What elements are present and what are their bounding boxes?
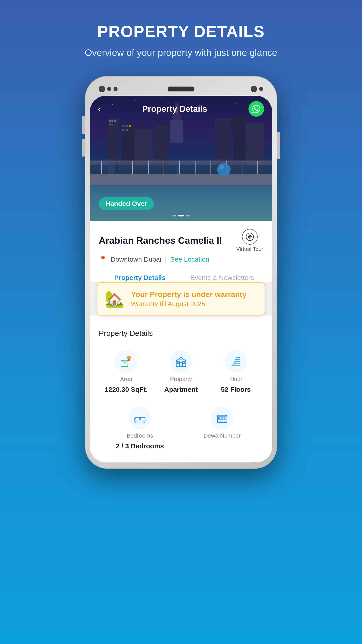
front-camera (99, 86, 105, 92)
page-title: PROPERTY DETAILS (97, 22, 265, 41)
dot-1 (173, 215, 176, 216)
svg-rect-18 (122, 125, 124, 126)
location-pin-icon: 📍 (99, 255, 107, 263)
dewa-icon (211, 407, 233, 429)
area-icon (115, 350, 137, 372)
app-header: ‹ Property Details (90, 96, 272, 121)
warranty-subtitle: Warranty till August 2025 (131, 300, 247, 308)
area-value: 1220.30 SqFt. (105, 386, 148, 393)
svg-rect-19 (126, 125, 128, 126)
phone-mockup: ‹ Property Details (85, 76, 277, 469)
phone-outer: ‹ Property Details (85, 76, 277, 469)
property-info-section: Arabian Ranches Camelia II Virtual Tour (90, 221, 272, 287)
property-type-value: Apartment (164, 386, 198, 393)
svg-rect-20 (129, 125, 131, 126)
svg-rect-72 (222, 417, 223, 419)
floor-value: 52 Floors (221, 386, 251, 393)
svg-rect-56 (183, 361, 185, 363)
svg-rect-38 (164, 160, 164, 174)
bedrooms-value: 2 / 3 Bedrooms (116, 442, 164, 450)
svg-rect-75 (222, 420, 223, 422)
handed-over-badge: Handed Over (99, 197, 154, 210)
bedrooms-label: Bedrooms (127, 432, 153, 439)
svg-rect-59 (234, 361, 240, 362)
svg-rect-43 (242, 160, 242, 174)
details-section-title: Property Details (99, 329, 263, 338)
virtual-tour-button[interactable]: Virtual Tour (236, 229, 263, 252)
location-name: Downtown Dubai (111, 256, 161, 263)
warranty-banner-wrap: 🏡 Your Property is under warranty Warran… (90, 282, 272, 316)
property-name: Arabian Ranches Camelia II (99, 235, 222, 246)
property-type-label: Property (170, 376, 192, 382)
svg-rect-21 (122, 129, 124, 130)
warranty-house-icon: 🏡 (105, 289, 125, 308)
volume-up-button (82, 116, 85, 134)
svg-point-45 (217, 163, 231, 176)
bedrooms-icon (129, 407, 151, 429)
svg-rect-15 (109, 124, 111, 125)
svg-rect-76 (224, 420, 225, 422)
svg-rect-66 (135, 422, 136, 423)
warranty-title: Your Property is under warranty (131, 290, 247, 299)
details-grid-row2: Bedrooms 2 / 3 Bedrooms (99, 402, 263, 454)
location-row: 📍 Downtown Dubai | See Location (99, 255, 263, 263)
svg-rect-70 (219, 417, 220, 419)
svg-rect-73 (224, 417, 225, 419)
svg-rect-74 (219, 420, 221, 422)
svg-rect-9 (170, 120, 183, 143)
property-icon (170, 350, 192, 372)
warranty-banner: 🏡 Your Property is under warranty Warran… (97, 282, 265, 316)
selfie-camera (251, 86, 257, 92)
virtual-tour-label: Virtual Tour (236, 246, 263, 252)
svg-rect-36 (132, 160, 133, 174)
svg-rect-41 (211, 160, 211, 174)
svg-rect-55 (177, 361, 179, 363)
svg-rect-33 (90, 174, 272, 185)
svg-rect-54 (179, 362, 183, 367)
detail-item-floor: Floor 52 Floors (209, 346, 263, 398)
notch-right-cameras (251, 86, 263, 92)
dewa-label: Dewa Number (204, 432, 241, 439)
svg-rect-22 (126, 129, 128, 130)
svg-rect-64 (136, 418, 139, 420)
svg-rect-71 (221, 417, 222, 419)
svg-rect-44 (257, 160, 258, 174)
svg-rect-35 (117, 160, 117, 174)
details-grid-row1: Area 1220.30 SqFt. (99, 346, 263, 398)
phone-notch (90, 82, 272, 96)
area-label: Area (120, 376, 132, 382)
location-divider: | (165, 256, 167, 263)
sensor-dot (107, 87, 111, 91)
dot-2-active (178, 215, 184, 216)
whatsapp-button[interactable] (249, 101, 264, 117)
dot-3 (186, 215, 189, 216)
floor-icon (225, 350, 247, 372)
detail-item-dewa: Dewa Number (181, 402, 263, 454)
svg-point-49 (249, 236, 250, 238)
hero-image: ‹ Property Details (90, 96, 272, 221)
phone-screen: ‹ Property Details (90, 96, 272, 462)
detail-item-area: Area 1220.30 SqFt. (99, 346, 153, 398)
property-details-section: Property Details (90, 321, 272, 462)
svg-rect-58 (233, 363, 240, 364)
svg-rect-34 (101, 160, 102, 174)
back-button[interactable]: ‹ (98, 104, 101, 114)
page-subtitle: Overview of your property with just one … (85, 48, 277, 58)
sensor-dot-2 (113, 87, 117, 91)
svg-rect-37 (148, 160, 149, 174)
app-header-title: Property Details (142, 104, 207, 114)
svg-rect-52 (128, 359, 130, 361)
svg-rect-40 (195, 160, 196, 174)
svg-point-46 (219, 165, 224, 170)
property-name-row: Arabian Ranches Camelia II Virtual Tour (99, 229, 263, 252)
svg-rect-39 (179, 160, 180, 174)
notch-left-cameras (99, 86, 117, 92)
sensor-dot-3 (259, 87, 263, 91)
svg-rect-65 (140, 418, 144, 420)
see-location-link[interactable]: See Location (170, 256, 209, 263)
warranty-text: Your Property is under warranty Warranty… (131, 290, 247, 308)
earpiece-speaker (168, 86, 194, 92)
svg-rect-16 (111, 124, 113, 125)
power-button (277, 132, 280, 159)
svg-rect-60 (235, 359, 240, 360)
